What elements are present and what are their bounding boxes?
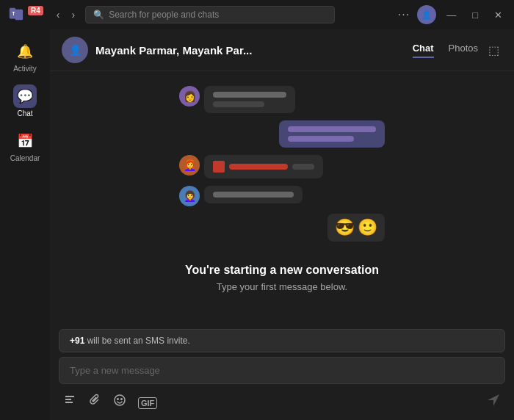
chat-icon: 💬	[17, 88, 33, 104]
search-placeholder: Search for people and chats	[109, 10, 219, 20]
message-input-area: Type a new message	[50, 352, 514, 387]
user-avatar[interactable]: 👤	[417, 5, 436, 24]
svg-point-3	[121, 399, 123, 400]
message-row-4: 👩‍🦱	[179, 186, 303, 206]
attach-button[interactable]	[84, 391, 106, 413]
nav-arrows: ‹ ›	[52, 7, 79, 22]
message-toolbar: GIF	[50, 387, 514, 420]
emoji-1: 😎	[335, 218, 355, 237]
new-convo-subtext: Type your first message below.	[185, 281, 379, 292]
svg-point-2	[117, 399, 119, 400]
content-area: 👤 Mayank Parmar, Mayank Par... Chat Phot…	[50, 29, 514, 420]
msg-bubble-2	[279, 120, 385, 148]
sidebar-item-activity[interactable]: 🔔 Activity	[4, 35, 46, 77]
teams-logo: T	[6, 4, 26, 25]
emoji-button[interactable]	[109, 391, 131, 413]
msg-line	[292, 164, 314, 170]
sidebar-item-activity-label: Activity	[13, 65, 37, 73]
close-button[interactable]: ✕	[488, 7, 508, 23]
emoji-bubble: 😎 🙂	[327, 214, 385, 242]
message-row-3: 👩‍🦰	[179, 155, 323, 178]
gif-button[interactable]: GIF	[134, 391, 162, 413]
message-row-emoji: 😎 🙂	[327, 214, 385, 242]
maximize-button[interactable]: □	[466, 7, 484, 23]
activity-icon: 🔔	[17, 43, 33, 59]
sidebar-item-chat[interactable]: 💬 Chat	[4, 80, 46, 122]
msg-avatar-4: 👩‍🦱	[179, 186, 200, 206]
message-row-2	[279, 120, 385, 148]
forward-button[interactable]: ›	[67, 7, 79, 22]
msg-bubble-3	[204, 155, 323, 178]
msg-line	[288, 136, 354, 142]
msg-bubble-1	[204, 86, 295, 113]
new-conversation-prompt: You're starting a new conversation Type …	[185, 264, 379, 292]
messages-illustration: 👩 👩‍🦰	[179, 86, 385, 242]
title-bar: T R4 ‹ › 🔍 Search for people and chats ·…	[0, 0, 514, 29]
sidebar-item-calendar[interactable]: 📅 Calendar	[4, 125, 46, 167]
contact-name: Mayank Parmar, Mayank Par...	[95, 44, 405, 57]
sidebar-item-calendar-label: Calendar	[10, 154, 40, 162]
msg-line	[213, 92, 286, 98]
chat-header: 👤 Mayank Parmar, Mayank Par... Chat Phot…	[50, 29, 514, 71]
svg-text:T: T	[12, 11, 15, 16]
sidebar-item-chat-label: Chat	[17, 109, 32, 117]
tab-chat[interactable]: Chat	[413, 43, 434, 58]
teams-badge: R4	[28, 6, 43, 15]
new-convo-heading: You're starting a new conversation	[185, 264, 379, 277]
calendar-icon-wrapper: 📅	[13, 129, 37, 153]
search-icon: 🔍	[93, 10, 104, 20]
msg-bubble-4	[204, 186, 303, 203]
minimize-button[interactable]: —	[441, 7, 462, 23]
gif-label: GIF	[138, 397, 157, 409]
sidebar: 🔔 Activity 💬 Chat 📅 Calendar	[0, 29, 50, 420]
sms-text: will be sent an SMS invite.	[87, 336, 190, 346]
contact-avatar: 👤	[62, 37, 88, 63]
msg-avatar-1: 👩	[179, 86, 200, 106]
more-options-button[interactable]: ···	[395, 7, 413, 23]
chat-icon-wrapper: 💬	[13, 84, 37, 108]
msg-line	[229, 164, 288, 170]
msg-avatar-3: 👩‍🦰	[179, 155, 200, 175]
activity-icon-wrapper: 🔔	[13, 40, 37, 63]
sms-notice: +91 will be sent an SMS invite.	[59, 329, 505, 352]
svg-point-1	[115, 395, 125, 405]
tab-photos[interactable]: Photos	[449, 43, 478, 58]
title-bar-actions: ··· 👤 — □ ✕	[395, 5, 508, 24]
search-bar[interactable]: 🔍 Search for people and chats	[85, 6, 335, 23]
emoji-2: 🙂	[358, 218, 377, 237]
msg-line	[288, 126, 376, 132]
chat-messages[interactable]: 👩 👩‍🦰	[50, 71, 514, 325]
format-button[interactable]	[59, 391, 81, 413]
message-input[interactable]: Type a new message	[59, 357, 505, 384]
sms-prefix: +91	[70, 336, 84, 346]
send-button[interactable]	[482, 390, 505, 414]
msg-line	[213, 101, 264, 107]
header-tabs: Chat Photos	[413, 43, 478, 58]
calendar-icon: 📅	[17, 133, 33, 149]
file-row	[213, 161, 314, 173]
main-layout: 🔔 Activity 💬 Chat 📅 Calendar 👤 Mayank Pa…	[0, 29, 514, 420]
file-icon	[213, 161, 225, 173]
expand-button[interactable]: ⬚	[485, 40, 502, 60]
message-row-1: 👩	[179, 86, 295, 113]
msg-line	[213, 192, 294, 198]
back-button[interactable]: ‹	[52, 7, 65, 22]
